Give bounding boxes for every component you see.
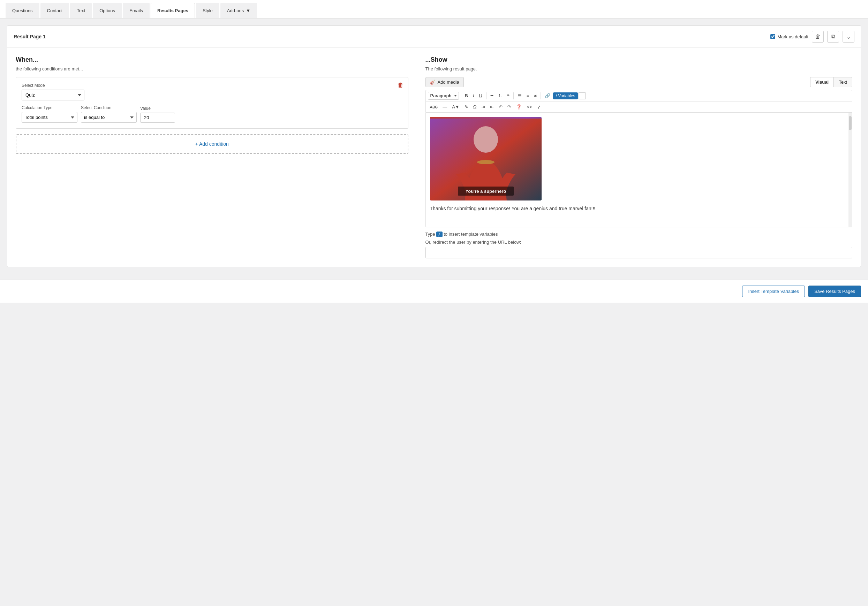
duplicate-page-button[interactable]: ⧉ <box>827 31 839 43</box>
show-section: ...Show The following result page. 🎸 Add… <box>417 48 861 267</box>
tab-addons-label: Add-ons <box>227 8 244 13</box>
condition-select-group: Select Condition is equal to is greater … <box>81 105 137 123</box>
highlight-button[interactable]: ✎ <box>462 103 470 111</box>
show-heading: ...Show <box>425 56 852 64</box>
redo-button[interactable]: ↷ <box>505 103 513 111</box>
when-section: When... the following conditions are met… <box>7 48 417 267</box>
align-right-button[interactable]: ≠ <box>532 92 539 100</box>
result-page-card: Result Page 1 Mark as default 🗑 ⧉ ⌄ <box>7 25 861 267</box>
editor-toolbar-top: 🎸 Add media Visual Text <box>425 77 852 87</box>
tab-text[interactable]: Text <box>834 77 852 87</box>
condition-select-label: Select Condition <box>81 105 137 110</box>
template-hint-prefix: Type <box>425 231 435 237</box>
chevron-down-icon: ▼ <box>246 8 250 13</box>
select-mode-group: Select Mode Quiz Survey Scored <box>22 83 403 101</box>
when-subtext: the following conditions are met... <box>16 66 408 71</box>
unordered-list-button[interactable]: •• <box>488 92 496 100</box>
calc-type-select[interactable]: Total points Average Percentage <box>22 112 78 123</box>
result-image: You're a superhero <box>430 117 542 200</box>
select-mode-label: Select Mode <box>22 83 403 88</box>
editor-area[interactable]: You're a superhero Thanks for submitting… <box>425 112 852 227</box>
blockquote-button[interactable]: ❝ <box>505 92 512 100</box>
tab-emails[interactable]: Emails <box>123 3 150 18</box>
page-content: Result Page 1 Mark as default 🗑 ⧉ ⌄ <box>0 19 868 280</box>
value-group: Value <box>140 106 175 123</box>
select-mode-select[interactable]: Quiz Survey Scored <box>22 90 84 101</box>
text-color-button[interactable]: A▼ <box>450 103 462 111</box>
page-footer: Insert Template Variables Save Results P… <box>0 280 868 303</box>
value-label: Value <box>140 106 175 111</box>
italic-button[interactable]: I <box>471 92 476 100</box>
redirect-label: Or, redirect the user by entering the UR… <box>425 240 852 245</box>
underline-button[interactable]: U <box>477 92 484 100</box>
mark-default-label[interactable]: Mark as default <box>770 34 808 39</box>
indent-right-button[interactable]: ⇤ <box>488 103 496 111</box>
result-page-actions: Mark as default 🗑 ⧉ ⌄ <box>770 31 854 43</box>
link-button[interactable]: 🔗 <box>542 92 552 100</box>
undo-button[interactable]: ↶ <box>497 103 505 111</box>
condition-row: Calculation Type Total points Average Pe… <box>22 105 403 123</box>
mark-default-checkbox[interactable] <box>770 34 775 39</box>
show-subtext: The following result page. <box>425 66 852 71</box>
mark-default-text: Mark as default <box>777 34 808 39</box>
save-results-button[interactable]: Save Results Pages <box>808 285 861 297</box>
scrollbar-thumb[interactable] <box>849 116 852 130</box>
delete-condition-button[interactable]: 🗑 <box>398 82 404 89</box>
insert-template-button[interactable]: Insert Template Variables <box>742 285 804 297</box>
tab-contact[interactable]: Contact <box>40 3 70 18</box>
condition-box: 🗑 Select Mode Quiz Survey Scored Calcula… <box>16 77 408 129</box>
when-heading: When... <box>16 56 408 64</box>
editor-toolbar-row1: Paragraph B I U •• 1. ❝ ☰ ≡ ≠ 🔗 / <box>425 90 852 101</box>
tab-visual[interactable]: Visual <box>810 77 834 87</box>
fullscreen-button[interactable]: ⤤ <box>535 103 543 111</box>
result-page-title: Result Page 1 <box>14 34 46 39</box>
add-condition-button[interactable]: + Add condition <box>16 134 408 154</box>
variables-button[interactable]: / Variables <box>553 92 578 99</box>
result-page-body: When... the following conditions are met… <box>7 48 861 267</box>
paragraph-select[interactable]: Paragraph <box>428 92 459 100</box>
svg-point-1 <box>474 126 498 153</box>
redirect-url-input[interactable] <box>425 247 852 258</box>
person-image-svg: You're a superhero <box>430 119 542 200</box>
toolbar-divider4 <box>541 92 541 99</box>
align-left-button[interactable]: ☰ <box>515 92 524 100</box>
view-tabs: Visual Text <box>810 77 852 87</box>
source-button[interactable]: <> <box>524 103 534 111</box>
help-button[interactable]: ❓ <box>514 103 524 111</box>
value-input[interactable] <box>140 113 175 123</box>
add-media-button[interactable]: 🎸 Add media <box>425 77 464 87</box>
template-hint-suffix: to insert template variables <box>443 231 498 237</box>
tab-addons[interactable]: Add-ons ▼ <box>220 3 257 18</box>
bold-button[interactable]: B <box>463 92 470 100</box>
calc-type-label: Calculation Type <box>22 105 78 110</box>
svg-point-2 <box>477 160 494 164</box>
tab-options[interactable]: Options <box>93 3 122 18</box>
top-navigation: Questions Contact Text Options Emails Re… <box>0 0 868 19</box>
copy-icon: ⧉ <box>831 34 835 40</box>
color-swatch <box>578 92 586 99</box>
strikethrough-button[interactable]: ABC <box>428 104 440 110</box>
template-hint-code: / <box>436 231 442 237</box>
align-center-button[interactable]: ≡ <box>524 92 532 100</box>
toolbar-divider3 <box>513 92 514 99</box>
collapse-page-button[interactable]: ⌄ <box>843 31 854 43</box>
tab-questions[interactable]: Questions <box>6 3 39 18</box>
indent-left-button[interactable]: ⇥ <box>479 103 487 111</box>
editor-toolbar-row2: ABC — A▼ ✎ Ω ⇥ ⇤ ↶ ↷ ❓ <> ⤤ <box>425 101 852 112</box>
result-page-header: Result Page 1 Mark as default 🗑 ⧉ ⌄ <box>7 26 861 48</box>
tab-text[interactable]: Text <box>70 3 92 18</box>
chevron-down-icon: ⌄ <box>846 34 851 40</box>
omega-button[interactable]: Ω <box>471 103 479 111</box>
ordered-list-button[interactable]: 1. <box>496 92 504 100</box>
delete-page-button[interactable]: 🗑 <box>812 31 824 43</box>
hr-button[interactable]: — <box>440 103 449 111</box>
calc-type-group: Calculation Type Total points Average Pe… <box>22 105 78 123</box>
editor-text[interactable]: Thanks for submitting your response! You… <box>430 205 848 212</box>
tab-results-pages[interactable]: Results Pages <box>151 3 195 18</box>
media-icon: 🎸 <box>430 79 436 85</box>
svg-text:You're a superhero: You're a superhero <box>465 189 506 194</box>
scrollbar-track[interactable] <box>848 113 852 227</box>
toolbar-divider2 <box>486 92 487 99</box>
tab-style[interactable]: Style <box>196 3 219 18</box>
condition-select[interactable]: is equal to is greater than is less than… <box>81 112 137 123</box>
